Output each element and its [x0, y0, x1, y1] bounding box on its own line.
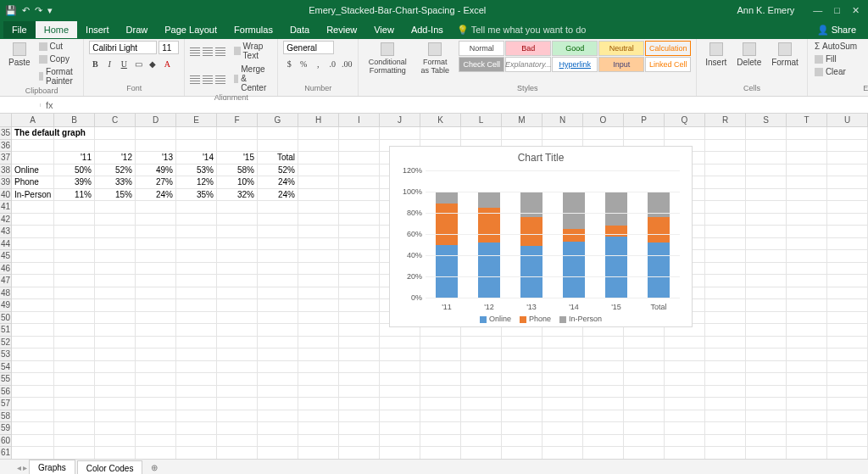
- cell-D44[interactable]: [136, 238, 176, 251]
- cell-E55[interactable]: [176, 373, 217, 386]
- cell-H43[interactable]: [298, 226, 339, 238]
- cell-N60[interactable]: [542, 435, 583, 448]
- cell-B37[interactable]: '11: [54, 152, 95, 165]
- sheet-tab-color-codes[interactable]: Color Codes: [77, 460, 143, 475]
- cell-G41[interactable]: [258, 201, 298, 214]
- column-header-I[interactable]: I: [339, 114, 380, 126]
- cell-I41[interactable]: [339, 201, 380, 214]
- cell-T56[interactable]: [787, 386, 827, 399]
- cell-T39[interactable]: [787, 176, 827, 189]
- cell-R39[interactable]: [705, 176, 746, 189]
- chart-bar[interactable]: [605, 192, 627, 298]
- cell-U49[interactable]: [827, 299, 868, 312]
- cell-U55[interactable]: [827, 373, 868, 386]
- cell-I37[interactable]: [339, 152, 380, 165]
- cell-D37[interactable]: '13: [136, 152, 176, 165]
- cell-B56[interactable]: [54, 386, 95, 399]
- cell-B42[interactable]: [54, 214, 95, 226]
- cell-I52[interactable]: [339, 337, 380, 349]
- cell-H47[interactable]: [298, 275, 339, 287]
- cell-T59[interactable]: [787, 422, 827, 435]
- cell-U50[interactable]: [827, 312, 868, 325]
- cell-F37[interactable]: '15: [217, 152, 258, 165]
- cell-U41[interactable]: [827, 201, 868, 214]
- cell-S47[interactable]: [746, 275, 787, 287]
- cell-G36[interactable]: [258, 140, 298, 153]
- clear-button[interactable]: Clear: [813, 66, 859, 77]
- cell-G40[interactable]: 24%: [258, 189, 298, 202]
- cell-S38[interactable]: [746, 165, 787, 177]
- cell-F57[interactable]: [217, 398, 258, 410]
- cell-S35[interactable]: [746, 127, 787, 140]
- cell-C44[interactable]: [95, 238, 136, 251]
- cell-B40[interactable]: 11%: [54, 189, 95, 202]
- column-header-N[interactable]: N: [542, 114, 583, 126]
- cell-Q60[interactable]: [665, 435, 705, 448]
- fx-icon[interactable]: fx: [41, 100, 58, 110]
- row-header[interactable]: 54: [0, 361, 12, 374]
- row-header[interactable]: 48: [0, 287, 12, 300]
- cell-H60[interactable]: [298, 435, 339, 448]
- row-header[interactable]: 55: [0, 373, 12, 386]
- cell-G58[interactable]: [258, 410, 298, 423]
- undo-icon[interactable]: ↶: [22, 5, 30, 16]
- tab-page-layout[interactable]: Page Layout: [156, 21, 225, 38]
- cell-M61[interactable]: [502, 447, 542, 459]
- cell-E45[interactable]: [176, 250, 217, 263]
- cell-H42[interactable]: [298, 214, 339, 226]
- cell-U53[interactable]: [827, 349, 868, 361]
- row-header[interactable]: 46: [0, 263, 12, 276]
- cell-H49[interactable]: [298, 299, 339, 312]
- cell-A48[interactable]: [12, 287, 54, 300]
- style-calculation[interactable]: Calculation: [645, 41, 691, 56]
- cell-A39[interactable]: Phone: [12, 176, 54, 189]
- tell-me[interactable]: 💡 Tell me what you want to do: [457, 25, 587, 36]
- cell-J58[interactable]: [380, 410, 420, 423]
- cell-R60[interactable]: [705, 435, 746, 448]
- cell-R59[interactable]: [705, 422, 746, 435]
- minimize-icon[interactable]: —: [813, 5, 822, 16]
- cell-U60[interactable]: [827, 435, 868, 448]
- row-header[interactable]: 52: [0, 337, 12, 349]
- cell-N54[interactable]: [542, 361, 583, 374]
- cell-A44[interactable]: [12, 238, 54, 251]
- cell-S36[interactable]: [746, 140, 787, 153]
- cell-G61[interactable]: [258, 447, 298, 459]
- cell-T49[interactable]: [787, 299, 827, 312]
- cell-J55[interactable]: [380, 373, 420, 386]
- worksheet[interactable]: ABCDEFGHIJKLMNOPQRSTU 35The default grap…: [0, 114, 868, 459]
- cell-I56[interactable]: [339, 386, 380, 399]
- cell-N59[interactable]: [542, 422, 583, 435]
- cell-M55[interactable]: [502, 373, 542, 386]
- cell-F50[interactable]: [217, 312, 258, 325]
- sort-filter-button[interactable]: Sort & Filter: [862, 41, 868, 76]
- cell-B52[interactable]: [54, 337, 95, 349]
- row-header[interactable]: 41: [0, 201, 12, 214]
- cell-D40[interactable]: 24%: [136, 189, 176, 202]
- chart-legend[interactable]: Online Phone In-Person: [390, 315, 692, 323]
- cell-H35[interactable]: [298, 127, 339, 140]
- cell-K61[interactable]: [420, 447, 461, 459]
- cell-Q54[interactable]: [665, 361, 705, 374]
- format-as-table-button[interactable]: Format as Table: [415, 41, 455, 76]
- cell-E48[interactable]: [176, 287, 217, 300]
- cell-Q58[interactable]: [665, 410, 705, 423]
- cell-O55[interactable]: [583, 373, 624, 386]
- close-icon[interactable]: ✕: [852, 5, 860, 16]
- cell-T57[interactable]: [787, 398, 827, 410]
- maximize-icon[interactable]: □: [834, 5, 840, 16]
- cell-R54[interactable]: [705, 361, 746, 374]
- cell-F49[interactable]: [217, 299, 258, 312]
- cell-K53[interactable]: [420, 349, 461, 361]
- cell-E58[interactable]: [176, 410, 217, 423]
- cell-N57[interactable]: [542, 398, 583, 410]
- fill-color-button[interactable]: ◆: [147, 59, 159, 69]
- cell-S51[interactable]: [746, 324, 787, 337]
- cell-T45[interactable]: [787, 250, 827, 263]
- cell-C53[interactable]: [95, 349, 136, 361]
- cell-U54[interactable]: [827, 361, 868, 374]
- column-header-J[interactable]: J: [380, 114, 420, 126]
- share-button[interactable]: 👤 Share: [817, 25, 865, 36]
- chart-bar[interactable]: [478, 192, 500, 298]
- cell-J56[interactable]: [380, 386, 420, 399]
